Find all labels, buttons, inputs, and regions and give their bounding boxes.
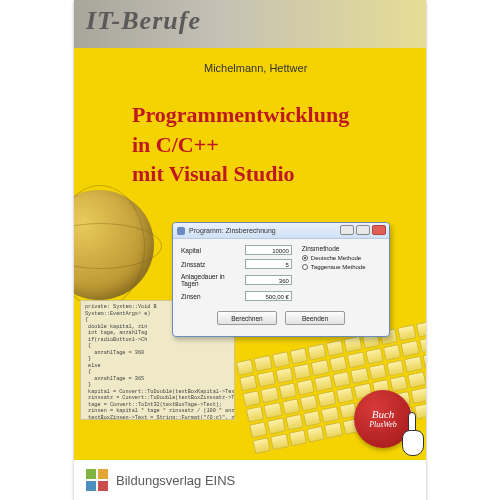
publisher-name: Bildungsverlag EINS bbox=[116, 473, 235, 488]
dialog-body: Kapital 10000 Zinssatz 5 Anlagedauer in … bbox=[173, 239, 389, 311]
zinssatz-label: Zinssatz bbox=[181, 261, 241, 268]
radio-icon bbox=[302, 264, 308, 270]
series-header: IT-Berufe bbox=[74, 0, 426, 48]
maximize-icon[interactable] bbox=[356, 225, 370, 235]
title-line-2: in C/C++ bbox=[132, 130, 349, 160]
radio-label: Deutsche Methode bbox=[311, 255, 361, 261]
zinsen-label: Zinsen bbox=[181, 293, 241, 300]
dialog-title: Programm: Zinsberechnung bbox=[189, 227, 276, 234]
authors: Michelmann, Hettwer bbox=[204, 62, 307, 74]
publisher-logo-icon bbox=[86, 469, 108, 491]
globe-graphic bbox=[74, 190, 154, 300]
window-buttons bbox=[340, 225, 386, 235]
radio-deutsche[interactable]: Deutsche Methode bbox=[302, 255, 381, 261]
calc-button[interactable]: Berechnen bbox=[217, 311, 277, 325]
close-button[interactable]: Beenden bbox=[285, 311, 345, 325]
book-title: Programmentwicklung in C/C++ mit Visual … bbox=[132, 100, 349, 189]
title-line-3: mit Visual Studio bbox=[132, 159, 349, 189]
book-cover: IT-Berufe Michelmann, Hettwer Programmen… bbox=[74, 0, 426, 500]
tage-field[interactable]: 360 bbox=[245, 275, 292, 285]
sample-dialog: Programm: Zinsberechnung Kapital 10000 Z… bbox=[172, 222, 390, 337]
dialog-titlebar: Programm: Zinsberechnung bbox=[173, 223, 389, 239]
tage-label: Anlagedauer in Tagen bbox=[181, 273, 241, 287]
close-icon[interactable] bbox=[372, 225, 386, 235]
series-title: IT-Berufe bbox=[86, 6, 201, 36]
zinsen-field: 500,00 € bbox=[245, 291, 292, 301]
footer: Bildungsverlag EINS bbox=[74, 460, 426, 500]
minimize-icon[interactable] bbox=[340, 225, 354, 235]
kapital-field[interactable]: 10000 bbox=[245, 245, 292, 255]
app-icon bbox=[177, 227, 185, 235]
radio-icon bbox=[302, 255, 308, 261]
method-group-title: Zinsmethode bbox=[302, 245, 381, 252]
title-line-1: Programmentwicklung bbox=[132, 100, 349, 130]
pointer-hand-icon bbox=[390, 411, 426, 456]
radio-taggenau[interactable]: Taggenaue Methode bbox=[302, 264, 381, 270]
kapital-label: Kapital bbox=[181, 247, 241, 254]
zinssatz-field[interactable]: 5 bbox=[245, 259, 292, 269]
radio-label: Taggenaue Methode bbox=[311, 264, 366, 270]
